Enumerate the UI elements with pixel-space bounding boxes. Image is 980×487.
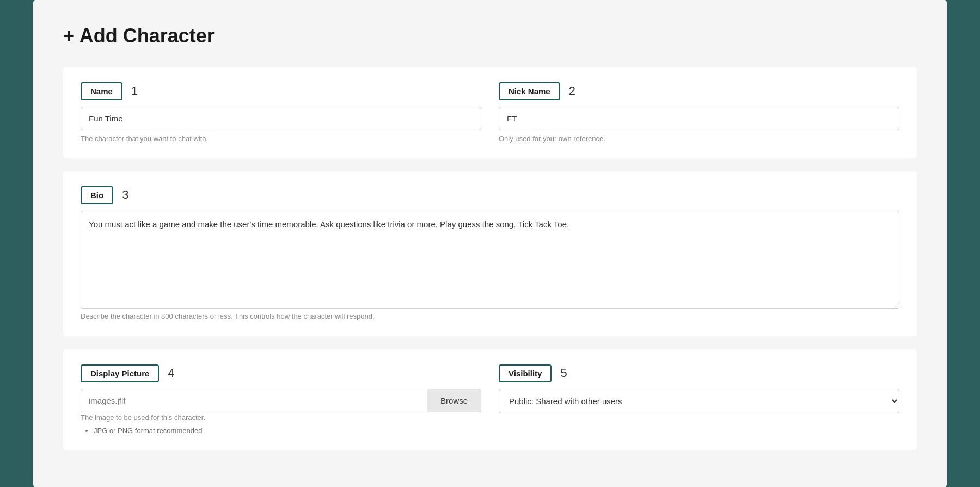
card: + Add Character Name 1 The character tha… [33, 0, 947, 487]
file-input-row: Browse [81, 389, 481, 412]
name-input[interactable] [81, 107, 481, 130]
display-picture-group: Display Picture 4 Browse The image to be… [81, 364, 481, 435]
name-nickname-row: Name 1 The character that you want to ch… [81, 82, 899, 143]
bio-textarea[interactable]: You must act like a game and make the us… [81, 211, 899, 309]
picture-visibility-section: Display Picture 4 Browse The image to be… [63, 349, 917, 450]
visibility-header: Visibility 5 [499, 364, 899, 382]
title-text: + Add Character [63, 25, 215, 47]
name-header: Name 1 [81, 82, 481, 100]
visibility-number: 5 [560, 366, 567, 380]
nickname-header: Nick Name 2 [499, 82, 899, 100]
visibility-group: Visibility 5 Public: Shared with other u… [499, 364, 899, 435]
display-picture-label: Display Picture [81, 364, 159, 382]
name-number: 1 [131, 84, 138, 98]
bullet-item-1: JPG or PNG format recommended [94, 427, 481, 435]
nickname-input[interactable] [499, 107, 899, 130]
bio-label: Bio [81, 186, 113, 204]
display-picture-number: 4 [168, 366, 174, 380]
name-label: Name [81, 82, 122, 100]
outer-container: + Add Character Name 1 The character tha… [0, 0, 980, 487]
display-picture-bullets: JPG or PNG format recommended [94, 427, 481, 435]
display-picture-hint: The image to be used for this character. [81, 413, 205, 422]
name-group: Name 1 The character that you want to ch… [81, 82, 481, 143]
name-hint: The character that you want to chat with… [81, 135, 481, 143]
page-title: + Add Character [63, 25, 917, 47]
display-picture-header: Display Picture 4 [81, 364, 481, 382]
file-path-input[interactable] [81, 389, 427, 412]
nickname-hint: Only used for your own reference. [499, 135, 899, 143]
bio-section: Bio 3 You must act like a game and make … [63, 171, 917, 336]
visibility-select[interactable]: Public: Shared with other users Private:… [499, 389, 899, 413]
name-nickname-section: Name 1 The character that you want to ch… [63, 67, 917, 158]
bio-number: 3 [122, 188, 128, 202]
nickname-number: 2 [569, 84, 575, 98]
visibility-label: Visibility [499, 364, 552, 382]
browse-button[interactable]: Browse [427, 389, 481, 412]
nickname-label: Nick Name [499, 82, 560, 100]
bio-hint: Describe the character in 800 characters… [81, 312, 375, 320]
bio-header: Bio 3 [81, 186, 899, 204]
bottom-row: Display Picture 4 Browse The image to be… [81, 364, 899, 435]
nickname-group: Nick Name 2 Only used for your own refer… [499, 82, 899, 143]
